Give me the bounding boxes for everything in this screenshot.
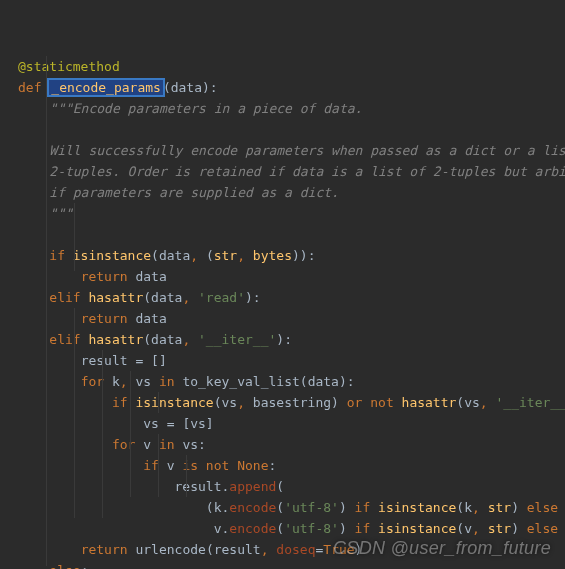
kw-if: if xyxy=(49,248,65,263)
append: append xyxy=(229,479,276,494)
doc-l3: if parameters are supplied as a dict. xyxy=(49,185,339,200)
kw-else: else xyxy=(49,563,80,569)
doc-l2: 2-tuples. Order is retained if data is a… xyxy=(49,164,565,179)
sig-close: ): xyxy=(202,80,218,95)
kw-is: is xyxy=(182,458,198,473)
kw-return: return xyxy=(81,269,128,284)
kwarg-doseq: doseq xyxy=(276,542,315,557)
encode: encode xyxy=(229,500,276,515)
kw-def: def xyxy=(18,80,41,95)
decorator: @staticmethod xyxy=(18,59,120,74)
code-editor: @staticmethod def _encode_params(data): … xyxy=(0,0,565,569)
doc-l1: Will successfully encode parameters when… xyxy=(49,143,565,158)
indent-guides xyxy=(18,14,34,569)
fn-name-selected[interactable]: _encode_params xyxy=(47,78,165,97)
kw-in: in xyxy=(159,374,175,389)
str-iter: '__iter__' xyxy=(198,332,276,347)
kw-not: not xyxy=(370,395,393,410)
kw-none: None xyxy=(237,458,268,473)
kw-elif: elif xyxy=(49,290,80,305)
docstring-close: """ xyxy=(49,206,72,221)
str-read: 'read' xyxy=(198,290,245,305)
kw-for: for xyxy=(81,374,104,389)
kw-or: or xyxy=(347,395,363,410)
isinstance: isinstance xyxy=(73,248,151,263)
kw-true: True xyxy=(323,542,354,557)
docstring-open: """Encode parameters in a piece of data. xyxy=(49,101,362,116)
str-utf8: 'utf-8' xyxy=(284,500,339,515)
sig-open: ( xyxy=(163,80,171,95)
hasattr: hasattr xyxy=(88,290,143,305)
arg-data: data xyxy=(171,80,202,95)
